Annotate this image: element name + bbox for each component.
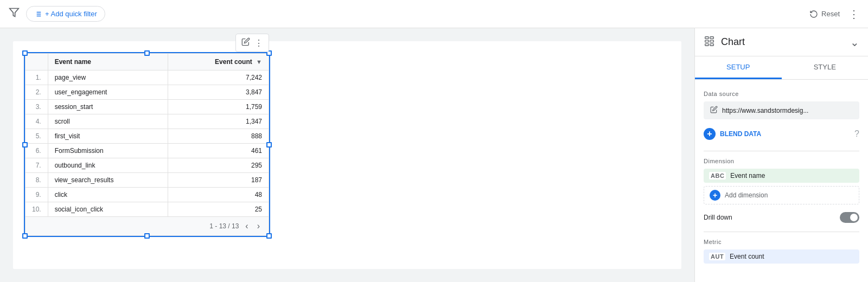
data-source-row[interactable]: https://www.sandstormdesig...: [704, 101, 859, 119]
svg-rect-9: [705, 44, 709, 46]
data-source-url: https://www.sandstormdesig...: [722, 107, 853, 114]
svg-rect-10: [710, 37, 713, 39]
table-row: 5. first_visit 888: [25, 129, 269, 144]
more-options-icon[interactable]: ⋮: [848, 8, 859, 21]
row-event-name: page_view: [48, 70, 168, 85]
row-event-name: view_search_results: [48, 173, 168, 188]
table-row: 8. view_search_results 187: [25, 173, 269, 188]
row-num: 10.: [25, 202, 48, 217]
next-page-button[interactable]: ›: [255, 220, 262, 232]
resize-handle-br[interactable]: [266, 233, 272, 239]
add-dimension-plus-icon: +: [710, 190, 720, 201]
row-event-count: 48: [168, 188, 269, 202]
resize-handle-tm[interactable]: [144, 50, 150, 56]
row-event-count: 3,847: [168, 85, 269, 100]
drill-down-toggle[interactable]: [840, 212, 859, 223]
row-num: 1.: [25, 70, 48, 85]
row-event-name: user_engagement: [48, 85, 168, 100]
right-panel: Chart ⌄ SETUP STYLE Data source: [694, 28, 868, 282]
panel-collapse-icon[interactable]: ⌄: [850, 36, 859, 49]
panel-content: Data source https://www.sandstormdesig..…: [695, 80, 868, 282]
add-quick-filter-button[interactable]: + Add quick filter: [26, 6, 105, 22]
resize-handle-bl[interactable]: [22, 233, 28, 239]
row-event-name: session_start: [48, 100, 168, 114]
table-row: 3. session_start 1,759: [25, 100, 269, 114]
col-event-name-header[interactable]: Event name: [48, 54, 168, 70]
blend-data-label[interactable]: BLEND DATA: [720, 130, 761, 138]
metric-section-label: Metric: [704, 239, 859, 245]
sort-arrow-icon: ▼: [256, 59, 262, 65]
resize-handle-ml[interactable]: [22, 142, 28, 148]
data-table: Event name Event count ▼ 1. page_view 7,…: [25, 53, 269, 217]
row-num: 8.: [25, 173, 48, 188]
tab-setup[interactable]: SETUP: [695, 56, 782, 79]
row-event-name: scroll: [48, 114, 168, 129]
chart-type-icon[interactable]: [704, 35, 716, 49]
row-num: 9.: [25, 188, 48, 202]
main-area: ⋮ Event name Event count ▼: [0, 28, 868, 282]
drill-down-label: Drill down: [704, 214, 732, 221]
blend-data-help-icon[interactable]: ?: [854, 129, 859, 139]
widget-toolbar: ⋮: [235, 34, 269, 52]
row-num: 5.: [25, 129, 48, 144]
row-num: 2.: [25, 85, 48, 100]
table-row: 10. social_icon_click 25: [25, 202, 269, 217]
table-row: 4. scroll 1,347: [25, 114, 269, 129]
section-divider-2: [704, 232, 859, 232]
resize-handle-tl[interactable]: [22, 50, 28, 56]
table-row: 9. click 48: [25, 188, 269, 202]
row-event-count: 1,759: [168, 100, 269, 114]
row-event-count: 1,347: [168, 114, 269, 129]
row-event-name: click: [48, 188, 168, 202]
row-event-count: 25: [168, 202, 269, 217]
resize-handle-mr[interactable]: [266, 142, 272, 148]
row-event-count: 7,242: [168, 70, 269, 85]
top-bar-left: + Add quick filter: [9, 6, 105, 22]
data-source-section-label: Data source: [704, 91, 859, 97]
prev-page-button[interactable]: ‹: [243, 220, 250, 232]
reset-label: Reset: [821, 10, 840, 18]
tab-style[interactable]: STYLE: [782, 56, 869, 79]
table-row: 2. user_engagement 3,847: [25, 85, 269, 100]
row-event-name: FormSubmission: [48, 144, 168, 158]
blend-data-row: + BLEND DATA ?: [704, 124, 859, 144]
table-row: 7. outbound_link 295: [25, 158, 269, 173]
table-widget[interactable]: ⋮ Event name Event count ▼: [24, 52, 270, 237]
dimension-section-label: Dimension: [704, 158, 859, 164]
filter-icon[interactable]: [9, 7, 20, 21]
data-source-edit-icon: [710, 106, 718, 115]
row-num: 6.: [25, 144, 48, 158]
top-bar: + Add quick filter Reset ⋮: [0, 0, 868, 28]
metric-chip-tag: AUT: [709, 253, 725, 260]
resize-handle-bm[interactable]: [144, 233, 150, 239]
panel-tabs: SETUP STYLE: [695, 56, 868, 80]
canvas-inner: ⋮ Event name Event count ▼: [13, 41, 681, 269]
widget-more-icon[interactable]: ⋮: [253, 37, 264, 49]
table-row: 1. page_view 7,242: [25, 70, 269, 85]
metric-chip[interactable]: AUT Event count: [704, 249, 859, 264]
col-event-count-header[interactable]: Event count ▼: [168, 54, 269, 70]
panel-title: Chart: [721, 36, 745, 48]
dimension-chip-text: Event name: [730, 172, 765, 180]
svg-rect-8: [705, 40, 709, 42]
top-bar-right: Reset ⋮: [809, 8, 859, 21]
reset-button[interactable]: Reset: [809, 10, 840, 18]
edit-icon[interactable]: [240, 36, 251, 49]
row-event-name: first_visit: [48, 129, 168, 144]
panel-header-left: Chart: [704, 35, 745, 49]
section-divider-1: [704, 151, 859, 151]
add-dimension-row[interactable]: + Add dimension: [704, 186, 859, 204]
row-num: 3.: [25, 100, 48, 114]
blend-data-plus-icon[interactable]: +: [704, 128, 716, 140]
panel-header: Chart ⌄: [695, 28, 868, 56]
svg-marker-0: [10, 9, 19, 17]
row-event-count: 187: [168, 173, 269, 188]
svg-rect-7: [705, 37, 709, 39]
row-event-count: 461: [168, 144, 269, 158]
dimension-chip[interactable]: ABC Event name: [704, 169, 859, 183]
row-event-count: 888: [168, 129, 269, 144]
canvas: ⋮ Event name Event count ▼: [0, 28, 694, 282]
row-num: 4.: [25, 114, 48, 129]
table-row: 6. FormSubmission 461: [25, 144, 269, 158]
row-num: 7.: [25, 158, 48, 173]
